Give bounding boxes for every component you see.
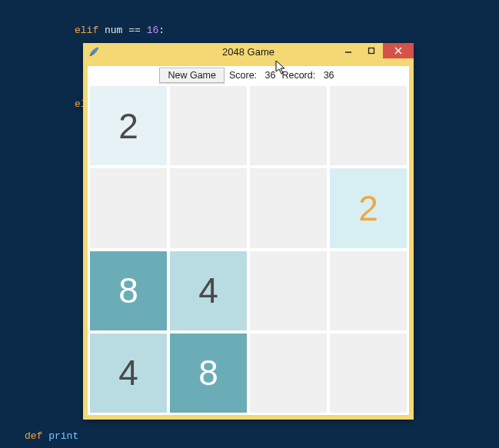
svg-rect-2 [369, 48, 374, 54]
maximize-icon [368, 47, 375, 55]
grid-cell-3-3 [330, 334, 407, 413]
grid-cell-1-3: 2 [330, 168, 407, 247]
record-label: Record: 36 [278, 70, 337, 81]
grid-cell-3-1: 8 [170, 334, 247, 413]
grid-cell-1-2 [250, 168, 327, 247]
record-value: 36 [324, 70, 334, 81]
score-value: 36 [265, 70, 276, 81]
minimize-icon [344, 47, 352, 55]
game-topbar: New Game Score: 36 Record: 36 [88, 66, 409, 85]
grid-cell-2-3 [330, 251, 407, 330]
grid-cell-0-0: 2 [90, 86, 167, 165]
window-close-button[interactable] [383, 43, 414, 58]
score-label-text: Score: [229, 70, 257, 81]
grid-cell-2-1: 4 [170, 251, 247, 330]
grid-cell-1-0 [90, 168, 167, 247]
grid-cell-1-1 [170, 168, 247, 247]
new-game-button[interactable]: New Game [159, 68, 225, 83]
grid-cell-2-2 [250, 251, 327, 330]
game-window: 2048 Game New Game Score: 36 Record: 36 [83, 43, 414, 420]
window-minimize-button[interactable] [337, 43, 360, 58]
record-label-text: Record: [281, 70, 315, 81]
close-icon [394, 47, 402, 55]
grid-cell-2-0: 8 [90, 251, 167, 330]
grid-cell-3-2 [250, 334, 327, 413]
game-grid[interactable]: 2 2 8 4 4 8 [90, 86, 407, 413]
grid-cell-0-1 [170, 86, 247, 165]
app-client-area: New Game Score: 36 Record: 36 2 2 8 4 [88, 66, 409, 415]
grid-cell-0-3 [330, 86, 407, 165]
window-maximize-button[interactable] [360, 43, 383, 58]
score-label: Score: 36 [226, 70, 278, 81]
grid-cell-0-2 [250, 86, 327, 165]
grid-cell-3-0: 4 [90, 334, 167, 413]
window-titlebar[interactable]: 2048 Game [83, 43, 414, 63]
